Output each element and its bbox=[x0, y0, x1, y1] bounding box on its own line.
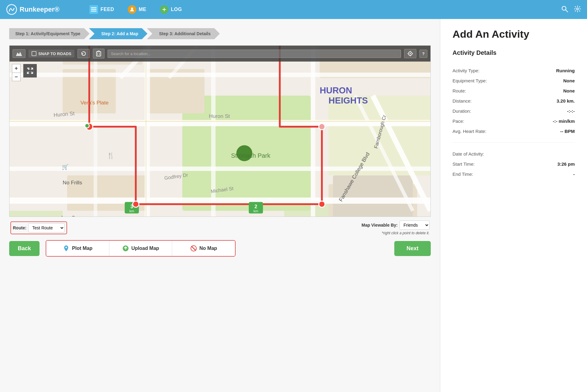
no-map-button[interactable]: No Map bbox=[172, 241, 235, 256]
svg-text:HURON: HURON bbox=[320, 85, 352, 95]
svg-rect-13 bbox=[9, 211, 63, 217]
distance-label: Distance: bbox=[453, 98, 472, 104]
logo-text: Runkeeper® bbox=[20, 6, 59, 13]
zoom-out-button[interactable]: − bbox=[12, 73, 21, 81]
viewable-select[interactable]: Friends Everyone Only Me bbox=[400, 221, 430, 230]
svg-rect-1 bbox=[91, 7, 97, 8]
no-map-label: No Map bbox=[199, 246, 217, 251]
map-toolbar: SNAP TO ROADS bbox=[9, 46, 430, 62]
sidebar-section-title: Activity Details bbox=[453, 49, 575, 59]
svg-rect-3 bbox=[91, 11, 97, 12]
step-2[interactable]: Step 2: Add a Map bbox=[89, 28, 147, 39]
nav-feed[interactable]: FEED bbox=[83, 0, 121, 19]
activity-type-value: Running bbox=[556, 68, 575, 73]
activity-time-list: Date of Activity: Start Time: 3:26 pm En… bbox=[453, 149, 575, 179]
svg-rect-2 bbox=[91, 9, 97, 10]
svg-text:2: 2 bbox=[255, 204, 257, 209]
map-right-controls: Map Viewable By: Friends Everyone Only M… bbox=[362, 221, 430, 235]
route-selector-wrapper: Route: Test Route New Route Saved Route bbox=[10, 221, 67, 234]
nav-log[interactable]: LOG bbox=[153, 0, 189, 19]
terrain-button[interactable] bbox=[13, 49, 25, 58]
svg-text:HEIGHTS: HEIGHTS bbox=[328, 96, 368, 105]
steps-nav: Step 1: Activity/Equipment Type Step 2: … bbox=[9, 28, 431, 39]
nav-me[interactable]: ME bbox=[121, 0, 153, 19]
date-label: Date of Activity: bbox=[453, 151, 484, 156]
viewable-label: Map Viewable By: bbox=[362, 223, 398, 228]
detail-start-time: Start Time: 3:26 pm bbox=[453, 159, 575, 169]
activity-type-label: Activity Type: bbox=[453, 68, 479, 73]
plot-map-button[interactable]: Plot Map bbox=[46, 241, 109, 256]
viewable-by-row: Map Viewable By: Friends Everyone Only M… bbox=[362, 221, 430, 230]
sidebar-main-title: Add An Activity bbox=[453, 28, 575, 40]
fullscreen-button[interactable] bbox=[23, 64, 37, 77]
svg-text:km: km bbox=[129, 209, 134, 213]
delete-button[interactable] bbox=[93, 49, 104, 58]
map-container: 1 km 3 km 2 km bbox=[9, 45, 431, 217]
duration-label: Duration: bbox=[453, 108, 471, 114]
svg-point-52 bbox=[133, 201, 139, 207]
svg-text:No Frills: No Frills bbox=[63, 179, 82, 186]
heart-rate-value: -- BPM bbox=[560, 129, 575, 134]
svg-text:Huron St: Huron St bbox=[209, 113, 230, 119]
svg-rect-6 bbox=[162, 9, 166, 10]
detail-distance: Distance: 3.20 km. bbox=[453, 96, 575, 106]
route-label: Route: bbox=[13, 225, 26, 230]
detail-date: Date of Activity: bbox=[453, 149, 575, 159]
app-header: Runkeeper® FEED ME LOG bbox=[0, 0, 587, 19]
svg-text:🛒: 🛒 bbox=[62, 164, 69, 170]
svg-line-8 bbox=[566, 10, 568, 12]
svg-rect-26 bbox=[9, 167, 430, 171]
equipment-value: None bbox=[563, 78, 575, 83]
snap-checkbox[interactable] bbox=[32, 51, 36, 56]
locate-button[interactable] bbox=[404, 49, 416, 58]
start-time-label: Start Time: bbox=[453, 161, 475, 167]
undo-button[interactable] bbox=[78, 49, 90, 58]
plus-icon bbox=[160, 5, 169, 14]
svg-text:🍴: 🍴 bbox=[107, 152, 115, 160]
svg-text:Stronach Park: Stronach Park bbox=[231, 152, 271, 159]
zoom-in-button[interactable]: + bbox=[12, 64, 21, 73]
pace-label: Pace: bbox=[453, 119, 464, 124]
map-actions: Plot Map Upload Map No Map bbox=[46, 240, 236, 257]
distance-value: 3.20 km. bbox=[557, 98, 575, 104]
equipment-label: Equipment Type: bbox=[453, 78, 487, 83]
upload-map-button[interactable]: Upload Map bbox=[109, 241, 172, 256]
end-time-label: End Time: bbox=[453, 172, 473, 177]
snap-to-roads[interactable]: SNAP TO ROADS bbox=[28, 50, 74, 58]
header-actions bbox=[561, 6, 581, 14]
svg-point-43 bbox=[85, 123, 89, 128]
search-icon[interactable] bbox=[561, 6, 568, 14]
action-row: Back Plot Map Upload Map No Map Next bbox=[9, 240, 431, 257]
settings-icon[interactable] bbox=[574, 6, 581, 14]
detail-duration: Duration: -:-:- bbox=[453, 106, 575, 116]
pace-value: -:- min/km bbox=[553, 119, 575, 124]
svg-point-50 bbox=[319, 123, 325, 130]
feed-icon bbox=[89, 5, 98, 14]
zoom-buttons: + − bbox=[12, 64, 21, 81]
end-time-value: - bbox=[573, 172, 575, 177]
svg-rect-36 bbox=[9, 121, 430, 122]
svg-rect-75 bbox=[98, 51, 100, 52]
heart-rate-label: Avg. Heart Rate: bbox=[453, 129, 487, 134]
user-icon bbox=[128, 5, 136, 14]
map-search-input[interactable] bbox=[108, 50, 401, 58]
step-3[interactable]: Step 3: Additional Details bbox=[147, 28, 220, 39]
svg-rect-30 bbox=[145, 46, 150, 217]
logo[interactable]: Runkeeper® bbox=[6, 4, 74, 15]
sidebar-divider bbox=[453, 142, 575, 143]
right-sidebar: Add An Activity Activity Details Activit… bbox=[440, 19, 587, 392]
map-svg[interactable]: 1 km 3 km 2 km bbox=[9, 46, 430, 217]
help-button[interactable]: ? bbox=[419, 50, 427, 58]
map-bottom-controls: Route: Test Route New Route Saved Route … bbox=[9, 221, 431, 235]
detail-activity-type: Activity Type: Running bbox=[453, 66, 575, 76]
back-button[interactable]: Back bbox=[9, 241, 40, 256]
step-1[interactable]: Step 1: Activity/Equipment Type bbox=[9, 28, 89, 39]
next-button[interactable]: Next bbox=[394, 241, 431, 256]
svg-text:Amy Cr: Amy Cr bbox=[60, 215, 77, 217]
svg-point-9 bbox=[577, 8, 578, 10]
svg-point-4 bbox=[131, 8, 133, 10]
svg-rect-73 bbox=[97, 52, 101, 56]
detail-equipment: Equipment Type: None bbox=[453, 76, 575, 86]
route-select[interactable]: Test Route New Route Saved Route bbox=[28, 223, 65, 232]
detail-route: Route: None bbox=[453, 86, 575, 96]
